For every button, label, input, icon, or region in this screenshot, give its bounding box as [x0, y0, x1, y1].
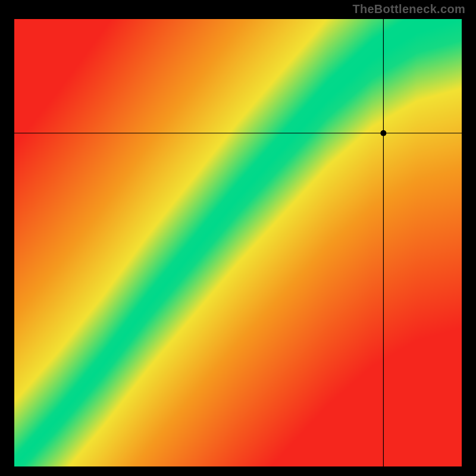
bottleneck-heatmap — [14, 19, 462, 466]
watermark-text: TheBottleneck.com — [352, 2, 465, 16]
chart-container: TheBottleneck.com — [0, 0, 476, 476]
